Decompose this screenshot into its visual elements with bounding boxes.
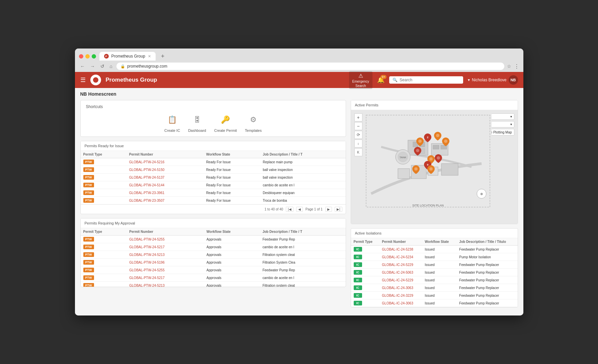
permits-approval-header: Permit Type Permit Number Workflow State… xyxy=(81,228,346,236)
header-search-box[interactable]: 🔍 xyxy=(389,76,463,84)
svg-rect-11 xyxy=(398,169,410,179)
facility-select-arrow: ▾ xyxy=(510,115,512,118)
table-row[interactable]: IC GLOBAL-IC-24-5238 Issued Feedwater Pu… xyxy=(351,246,518,253)
svg-text:⊕: ⊕ xyxy=(480,192,483,196)
last-page-btn[interactable]: ▶| xyxy=(335,207,342,212)
svg-point-20 xyxy=(418,140,422,143)
dot-maximize[interactable] xyxy=(92,54,96,59)
app-title: Prometheus Group xyxy=(106,77,344,83)
isolations-scroll[interactable]: Permit Type Permit Number Workflow State… xyxy=(351,238,518,307)
permits-approval-table: Permit Type Permit Number Workflow State… xyxy=(81,228,346,287)
table-row[interactable]: PTW GLOBAL-PTW-24-5144 Ready For Issue c… xyxy=(81,181,346,189)
star-icon[interactable]: ☆ xyxy=(507,64,511,69)
table-row[interactable]: PTW GLOBAL-PTW-24-5255 Approvals Feedwat… xyxy=(81,266,346,274)
create-ic-label: Create IC xyxy=(164,128,180,132)
dot-minimize[interactable] xyxy=(85,54,90,59)
search-input[interactable] xyxy=(400,78,460,82)
table-row[interactable]: IC GLOBAL-IC-24-3063 Issued Feedwater Pu… xyxy=(351,284,518,292)
home-button[interactable]: ⌂ xyxy=(108,63,114,70)
permits-approval-scroll[interactable]: Permit Type Permit Number Workflow State… xyxy=(81,228,346,287)
shortcut-create-permit[interactable]: 🔑 Create Permit xyxy=(214,113,237,132)
dot-close[interactable] xyxy=(79,54,83,59)
isolations-table: Permit Type Permit Number Workflow State… xyxy=(351,238,518,307)
browser-tab[interactable]: P Prometheus Group ✕ xyxy=(99,52,156,61)
col-job-desc: Job Description / Title / T xyxy=(260,151,345,158)
url-text: prometheusgroup.com xyxy=(127,64,167,69)
svg-rect-14 xyxy=(441,164,458,175)
create-permit-icon: 🔑 xyxy=(219,113,232,126)
address-box[interactable]: 🔒 prometheusgroup.com xyxy=(116,63,504,70)
permits-ready-table: Permit Type Permit Number Workflow State… xyxy=(81,151,346,204)
search-icon: 🔍 xyxy=(393,78,398,82)
table-row[interactable]: PTW GLOBAL-PTW-24-5150 Ready For Issue b… xyxy=(81,166,346,174)
table-row[interactable]: IC GLOBAL-IC-24-3063 Issued Feedwater Pu… xyxy=(351,299,518,307)
hamburger-button[interactable]: ☰ xyxy=(80,76,86,84)
table-row[interactable]: IC GLOBAL-IC-24-5234 Issued Pump Motor I… xyxy=(351,253,518,261)
rotate-btn[interactable]: ⟳ xyxy=(354,131,362,139)
svg-point-26 xyxy=(444,140,447,143)
templates-icon: ⚙ xyxy=(247,113,260,126)
col-job-desc-2: Job Description / Title / T xyxy=(260,228,345,236)
permits-ready-header: Permit Type Permit Number Workflow State… xyxy=(81,151,346,158)
dropdown-icon: ▾ xyxy=(468,78,470,82)
table-row[interactable]: PTW GLOBAL-PTW-24-5216 Ready For Issue R… xyxy=(81,158,346,166)
svg-point-24 xyxy=(436,134,439,137)
shortcut-create-ic[interactable]: 📋 Create IC xyxy=(164,113,180,132)
expand-btn[interactable]: ↕ xyxy=(354,140,362,148)
new-tab-button[interactable]: + xyxy=(159,53,167,60)
permits-approval-title: Permits Requiring My Approval xyxy=(81,218,346,228)
user-menu[interactable]: ▾ Nicholas Breedlove NB xyxy=(468,75,518,85)
table-row[interactable]: IC GLOBAL-IC-24-3229 Issued Feedwater Pu… xyxy=(351,292,518,299)
table-row[interactable]: PTW GLOBAL-PTW-23-3961 Ready For Issue D… xyxy=(81,189,346,197)
permits-approval-body: PTW GLOBAL-PTW-24-5255 Approvals Feedwat… xyxy=(81,236,346,287)
table-row[interactable]: PTW GLOBAL-PTW-24-5213 Approvals Filtrat… xyxy=(81,251,346,259)
table-row[interactable]: IC GLOBAL-IC-24-5229 Issued Feedwater Pu… xyxy=(351,276,518,284)
table-row[interactable]: PTW GLOBAL-PTW-24-5217 Approvals cambio … xyxy=(81,243,346,251)
notification-badge: 9+ xyxy=(380,75,387,79)
next-page-btn[interactable]: ▶ xyxy=(325,207,332,212)
shortcut-templates[interactable]: ⚙ Templates xyxy=(245,113,262,132)
page-title: NB Homescreen xyxy=(80,91,518,97)
prev-page-btn[interactable]: ◀ xyxy=(296,207,303,212)
table-row[interactable]: PTW GLOBAL-PTW-24-5255 Approvals Feedwat… xyxy=(81,236,346,243)
first-page-btn[interactable]: |◀ xyxy=(286,207,293,212)
shortcut-dashboard[interactable]: 🎛 Dashboard xyxy=(188,113,206,132)
site-plan-svg: TANK ⊕ SITE LOCATION P xyxy=(364,113,492,210)
app-logo xyxy=(90,75,101,85)
table-row[interactable]: IC GLOBAL-IC-24-5229 Issued Feedwater Pu… xyxy=(351,261,518,269)
svg-text:SITE LOCATION PLAN: SITE LOCATION PLAN xyxy=(412,204,444,207)
iso-col-type: Permit Type xyxy=(351,238,379,246)
browser-titlebar: P Prometheus Group ✕ + xyxy=(75,49,523,61)
tab-favicon: P xyxy=(104,54,109,59)
iso-col-state: Workflow State xyxy=(422,238,456,246)
notification-bell[interactable]: 🔔 9+ xyxy=(377,76,385,84)
permits-ready-scroll[interactable]: Permit Type Permit Number Workflow State… xyxy=(81,151,346,204)
shortcuts-grid: 📋 Create IC 🎛 Dashboard 🔑 Create Permit xyxy=(86,113,340,132)
compass-btn[interactable]: K xyxy=(354,148,362,156)
browser-dots xyxy=(79,54,96,59)
active-isolations-card: Active Isolations Permit Type Permit Num… xyxy=(351,228,518,307)
refresh-button[interactable]: ↺ xyxy=(99,63,106,70)
zoom-out-btn[interactable]: − xyxy=(354,122,362,130)
zoom-in-btn[interactable]: + xyxy=(354,113,362,121)
table-row[interactable]: PTW GLOBAL-PTW-24-5196 Approvals Filtrat… xyxy=(81,259,346,266)
map-controls: + − ⟳ ↕ K xyxy=(354,113,362,156)
table-row[interactable]: PTW GLOBAL-PTW-23-3507 Ready For Issue T… xyxy=(81,197,346,204)
emergency-icon: ⚠ xyxy=(358,73,363,79)
main-layout: Shortcuts 📋 Create IC 🎛 Dashboard 🔑 C xyxy=(80,100,518,307)
dashboard-icon: 🎛 xyxy=(190,113,204,126)
table-row[interactable]: PTW GLOBAL-PTW-24-5213 Approvals Filtrat… xyxy=(81,282,346,287)
emergency-button[interactable]: ⚠ Emergency Search xyxy=(349,71,373,89)
back-button[interactable]: ← xyxy=(79,63,86,70)
table-row[interactable]: PTW GLOBAL-PTW-24-5137 Ready For Issue b… xyxy=(81,174,346,181)
emergency-label: Emergency xyxy=(352,80,369,83)
permits-ready-card: Permits Ready for Issue Permit Type Perm… xyxy=(80,141,346,214)
forward-button[interactable]: → xyxy=(89,63,96,70)
iso-col-number: Permit Number xyxy=(379,238,422,246)
tab-close-btn[interactable]: ✕ xyxy=(148,54,151,59)
app-content: NB Homescreen Shortcuts 📋 Create IC 🎛 Da… xyxy=(75,88,523,315)
browser-menu-icon[interactable]: ⋮ xyxy=(514,63,519,70)
active-permits-card: Active Permits + − ⟳ ↕ K xyxy=(351,100,518,224)
table-row[interactable]: IC GLOBAL-IC-24-5063 Issued Feedwater Pu… xyxy=(351,269,518,276)
table-row[interactable]: PTW GLOBAL-PTW-24-5217 Approvals cambio … xyxy=(81,274,346,282)
